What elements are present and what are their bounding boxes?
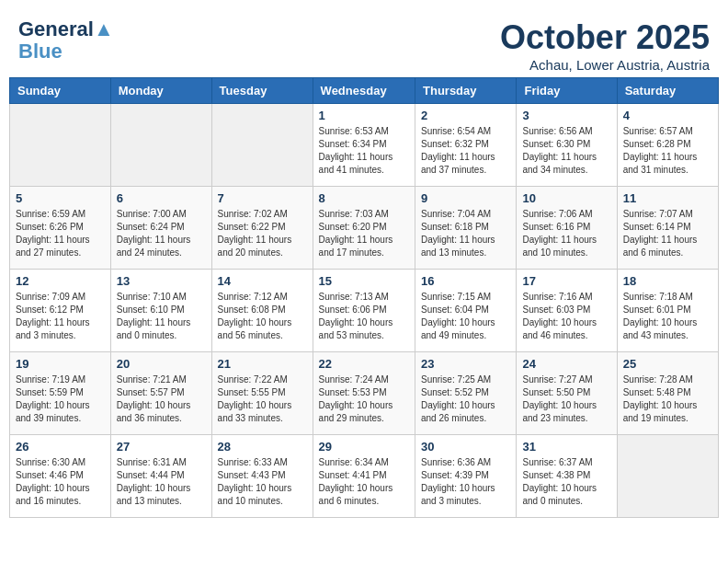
calendar-day-cell: 26Sunrise: 6:30 AM Sunset: 4:46 PM Dayli…	[10, 435, 111, 518]
day-number: 9	[421, 191, 510, 205]
calendar-day-cell	[10, 104, 111, 187]
calendar-day-cell: 22Sunrise: 7:24 AM Sunset: 5:53 PM Dayli…	[313, 352, 415, 435]
day-number: 21	[218, 357, 307, 371]
calendar-day-cell: 15Sunrise: 7:13 AM Sunset: 6:06 PM Dayli…	[313, 270, 415, 352]
calendar-day-cell: 8Sunrise: 7:03 AM Sunset: 6:20 PM Daylig…	[313, 187, 415, 270]
calendar-day-cell: 5Sunrise: 6:59 AM Sunset: 6:26 PM Daylig…	[10, 187, 111, 270]
day-number: 29	[319, 440, 409, 454]
calendar-day-cell: 9Sunrise: 7:04 AM Sunset: 6:18 PM Daylig…	[415, 187, 517, 270]
logo-blue: Blue	[18, 40, 63, 63]
calendar-body: 1Sunrise: 6:53 AM Sunset: 6:34 PM Daylig…	[10, 104, 719, 518]
calendar-day-cell	[110, 104, 211, 187]
day-info: Sunrise: 7:02 AM Sunset: 6:22 PM Dayligh…	[218, 208, 307, 259]
calendar-week-row: 19Sunrise: 7:19 AM Sunset: 5:59 PM Dayli…	[10, 352, 719, 435]
calendar-day-cell	[617, 435, 718, 518]
calendar-week-row: 12Sunrise: 7:09 AM Sunset: 6:12 PM Dayli…	[10, 270, 719, 352]
calendar-day-cell: 18Sunrise: 7:18 AM Sunset: 6:01 PM Dayli…	[617, 270, 718, 352]
day-info: Sunrise: 7:18 AM Sunset: 6:01 PM Dayligh…	[623, 291, 712, 342]
day-info: Sunrise: 7:27 AM Sunset: 5:50 PM Dayligh…	[522, 373, 610, 425]
calendar-week-row: 5Sunrise: 6:59 AM Sunset: 6:26 PM Daylig…	[10, 187, 719, 270]
day-number: 18	[623, 274, 712, 288]
day-info: Sunrise: 7:04 AM Sunset: 6:18 PM Dayligh…	[421, 208, 510, 259]
day-info: Sunrise: 6:37 AM Sunset: 4:38 PM Dayligh…	[522, 456, 610, 508]
calendar-day-cell: 30Sunrise: 6:36 AM Sunset: 4:39 PM Dayli…	[415, 435, 517, 518]
day-number: 13	[117, 274, 206, 288]
weekday-header: Sunday	[10, 78, 111, 104]
day-info: Sunrise: 7:09 AM Sunset: 6:12 PM Dayligh…	[16, 291, 105, 342]
calendar-day-cell: 13Sunrise: 7:10 AM Sunset: 6:10 PM Dayli…	[110, 270, 211, 352]
day-number: 30	[421, 440, 510, 454]
calendar-day-cell: 4Sunrise: 6:57 AM Sunset: 6:28 PM Daylig…	[617, 104, 718, 187]
day-info: Sunrise: 7:00 AM Sunset: 6:24 PM Dayligh…	[117, 208, 206, 259]
day-number: 3	[522, 109, 610, 122]
day-number: 28	[218, 440, 307, 454]
day-info: Sunrise: 7:03 AM Sunset: 6:20 PM Dayligh…	[319, 208, 409, 259]
calendar-day-cell: 10Sunrise: 7:06 AM Sunset: 6:16 PM Dayli…	[517, 187, 617, 270]
day-number: 16	[421, 274, 510, 288]
day-info: Sunrise: 7:06 AM Sunset: 6:16 PM Dayligh…	[522, 208, 610, 259]
day-number: 4	[623, 109, 712, 122]
calendar-day-cell: 6Sunrise: 7:00 AM Sunset: 6:24 PM Daylig…	[110, 187, 211, 270]
day-info: Sunrise: 7:07 AM Sunset: 6:14 PM Dayligh…	[623, 208, 712, 259]
calendar-header-row: SundayMondayTuesdayWednesdayThursdayFrid…	[10, 78, 719, 104]
day-info: Sunrise: 7:24 AM Sunset: 5:53 PM Dayligh…	[319, 373, 409, 425]
day-info: Sunrise: 7:16 AM Sunset: 6:03 PM Dayligh…	[522, 291, 610, 342]
day-number: 6	[117, 191, 206, 205]
calendar-day-cell: 17Sunrise: 7:16 AM Sunset: 6:03 PM Dayli…	[517, 270, 617, 352]
day-number: 22	[319, 357, 409, 371]
weekday-header: Tuesday	[211, 78, 313, 104]
day-info: Sunrise: 7:12 AM Sunset: 6:08 PM Dayligh…	[218, 291, 307, 342]
day-info: Sunrise: 7:19 AM Sunset: 5:59 PM Dayligh…	[16, 373, 105, 425]
day-info: Sunrise: 6:34 AM Sunset: 4:41 PM Dayligh…	[319, 456, 409, 508]
calendar-day-cell: 14Sunrise: 7:12 AM Sunset: 6:08 PM Dayli…	[211, 270, 313, 352]
calendar-day-cell: 31Sunrise: 6:37 AM Sunset: 4:38 PM Dayli…	[517, 435, 617, 518]
day-number: 27	[117, 440, 206, 454]
calendar-day-cell: 27Sunrise: 6:31 AM Sunset: 4:44 PM Dayli…	[110, 435, 211, 518]
weekday-header: Saturday	[617, 78, 718, 104]
weekday-header: Thursday	[415, 78, 517, 104]
day-number: 26	[16, 440, 105, 454]
calendar-day-cell: 24Sunrise: 7:27 AM Sunset: 5:50 PM Dayli…	[517, 352, 617, 435]
calendar-day-cell: 12Sunrise: 7:09 AM Sunset: 6:12 PM Dayli…	[10, 270, 111, 352]
calendar-day-cell: 25Sunrise: 7:28 AM Sunset: 5:48 PM Dayli…	[617, 352, 718, 435]
day-number: 14	[218, 274, 307, 288]
calendar-day-cell: 20Sunrise: 7:21 AM Sunset: 5:57 PM Dayli…	[110, 352, 211, 435]
calendar-day-cell: 29Sunrise: 6:34 AM Sunset: 4:41 PM Dayli…	[313, 435, 415, 518]
day-info: Sunrise: 6:56 AM Sunset: 6:30 PM Dayligh…	[522, 125, 610, 177]
day-number: 2	[421, 109, 510, 122]
calendar-table: SundayMondayTuesdayWednesdayThursdayFrid…	[9, 77, 719, 518]
calendar-day-cell: 7Sunrise: 7:02 AM Sunset: 6:22 PM Daylig…	[211, 187, 313, 270]
logo: General▲ Blue	[18, 18, 114, 63]
day-number: 12	[16, 274, 105, 288]
calendar-week-row: 1Sunrise: 6:53 AM Sunset: 6:34 PM Daylig…	[10, 104, 719, 187]
day-info: Sunrise: 7:28 AM Sunset: 5:48 PM Dayligh…	[623, 373, 712, 425]
day-number: 5	[16, 191, 105, 205]
day-info: Sunrise: 6:59 AM Sunset: 6:26 PM Dayligh…	[16, 208, 105, 259]
calendar-day-cell: 28Sunrise: 6:33 AM Sunset: 4:43 PM Dayli…	[211, 435, 313, 518]
day-info: Sunrise: 7:10 AM Sunset: 6:10 PM Dayligh…	[117, 291, 206, 342]
day-number: 11	[623, 191, 712, 205]
weekday-header: Wednesday	[313, 78, 415, 104]
day-info: Sunrise: 7:21 AM Sunset: 5:57 PM Dayligh…	[117, 373, 206, 425]
day-info: Sunrise: 6:33 AM Sunset: 4:43 PM Dayligh…	[218, 456, 307, 508]
day-number: 25	[623, 357, 712, 371]
weekday-header: Friday	[517, 78, 617, 104]
day-info: Sunrise: 6:57 AM Sunset: 6:28 PM Dayligh…	[623, 125, 712, 177]
day-info: Sunrise: 6:54 AM Sunset: 6:32 PM Dayligh…	[421, 125, 510, 177]
day-number: 20	[117, 357, 206, 371]
calendar-day-cell: 21Sunrise: 7:22 AM Sunset: 5:55 PM Dayli…	[211, 352, 313, 435]
calendar-day-cell: 23Sunrise: 7:25 AM Sunset: 5:52 PM Dayli…	[415, 352, 517, 435]
day-info: Sunrise: 7:22 AM Sunset: 5:55 PM Dayligh…	[218, 373, 307, 425]
day-info: Sunrise: 7:13 AM Sunset: 6:06 PM Dayligh…	[319, 291, 409, 342]
day-number: 24	[522, 357, 610, 371]
day-info: Sunrise: 7:25 AM Sunset: 5:52 PM Dayligh…	[421, 373, 510, 425]
day-number: 1	[319, 109, 409, 122]
title-area: October 2025 Achau, Lower Austria, Austr…	[500, 18, 710, 73]
day-number: 8	[319, 191, 409, 205]
day-number: 15	[319, 274, 409, 288]
calendar-day-cell: 19Sunrise: 7:19 AM Sunset: 5:59 PM Dayli…	[10, 352, 111, 435]
day-number: 10	[522, 191, 610, 205]
day-info: Sunrise: 6:53 AM Sunset: 6:34 PM Dayligh…	[319, 125, 409, 177]
day-info: Sunrise: 6:36 AM Sunset: 4:39 PM Dayligh…	[421, 456, 510, 508]
day-number: 23	[421, 357, 510, 371]
